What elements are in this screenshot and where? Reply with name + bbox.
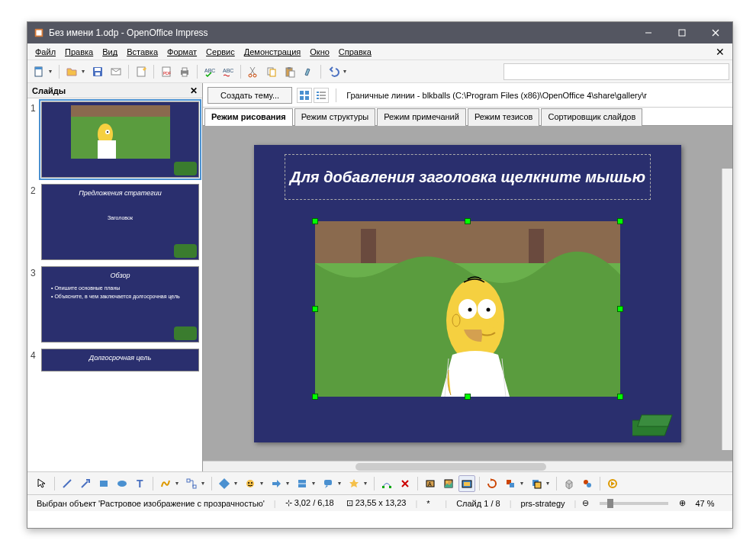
dropdown-icon[interactable]: ▾ — [175, 480, 182, 487]
basic-shapes-tool[interactable] — [216, 475, 233, 492]
from-file-tool[interactable] — [440, 475, 457, 492]
dropdown-icon[interactable]: ▾ — [234, 480, 240, 487]
maximize-button[interactable] — [665, 22, 699, 43]
panel-close-icon[interactable]: ✕ — [190, 85, 198, 96]
ellipse-tool[interactable] — [114, 475, 130, 492]
tab-outline[interactable]: Режим структуры — [294, 108, 376, 126]
extrusion-tool[interactable] — [561, 475, 577, 492]
canvas-area[interactable]: Для добавления заголовка щелкните мышью — [203, 126, 732, 461]
menu-demo[interactable]: Демонстрация — [240, 46, 306, 58]
dropdown-icon[interactable]: ▾ — [312, 480, 318, 487]
svg-rect-25 — [288, 67, 291, 69]
open-button[interactable] — [63, 63, 80, 80]
cut-button[interactable] — [245, 63, 262, 80]
menu-service[interactable]: Сервис — [201, 46, 240, 58]
vertical-scrollbar[interactable] — [722, 169, 732, 450]
slide-thumb-3[interactable]: 3 Обзор • Опишите основные планы • Объяс… — [31, 266, 199, 343]
fontwork-tool[interactable]: A — [422, 475, 439, 492]
create-theme-button[interactable]: Создать тему... — [207, 87, 292, 104]
email-button[interactable] — [108, 63, 124, 80]
autospell-button[interactable]: ABC — [220, 63, 236, 80]
svg-rect-23 — [270, 69, 275, 76]
text-tool[interactable]: T — [132, 475, 149, 492]
icon-view-button[interactable] — [297, 88, 312, 103]
menu-help[interactable]: Справка — [334, 46, 376, 58]
standard-toolbar: ▾ ▾ PDF ABC ABC ▾ — [27, 60, 732, 83]
document-close-icon[interactable]: ✕ — [711, 46, 729, 58]
gallery-tool[interactable] — [458, 475, 475, 492]
spellcheck-button[interactable]: ABC — [201, 63, 218, 80]
dropdown-icon[interactable]: ▾ — [520, 480, 526, 487]
tab-sorter[interactable]: Сортировщик слайдов — [541, 108, 642, 126]
dropdown-icon[interactable]: ▾ — [338, 480, 344, 487]
dropdown-icon[interactable]: ▾ — [82, 68, 88, 75]
rotate-tool[interactable] — [484, 475, 500, 492]
dropdown-icon[interactable]: ▾ — [49, 68, 55, 75]
title-placeholder[interactable]: Для добавления заголовка щелкните мышью — [285, 154, 651, 200]
connector-tool[interactable] — [183, 475, 200, 492]
select-tool[interactable] — [34, 475, 50, 492]
dropdown-icon[interactable]: ▾ — [201, 480, 207, 487]
arrange-tool[interactable] — [528, 475, 545, 492]
paste-button[interactable] — [281, 63, 298, 80]
callout-tool[interactable] — [320, 475, 336, 492]
tab-drawing[interactable]: Режим рисования — [204, 108, 293, 126]
block-arrows-tool[interactable] — [268, 475, 285, 492]
zoom-value[interactable]: 47 % — [692, 499, 717, 508]
dropdown-icon[interactable]: ▾ — [364, 480, 370, 487]
edit-button[interactable] — [133, 63, 150, 80]
svg-point-52 — [489, 320, 498, 328]
selected-image[interactable] — [315, 221, 620, 397]
star-tool[interactable] — [346, 475, 362, 492]
tab-thesis[interactable]: Режим тезисов — [468, 108, 540, 126]
resize-handle[interactable] — [465, 218, 471, 224]
gluepoints-tool[interactable] — [397, 475, 413, 492]
resize-handle[interactable] — [617, 218, 623, 224]
points-tool[interactable] — [378, 475, 395, 492]
menu-insert[interactable]: Вставка — [122, 46, 162, 58]
print-button[interactable] — [176, 63, 193, 80]
resize-handle[interactable] — [465, 394, 471, 400]
slide-thumb-1[interactable]: 1 — [31, 101, 199, 178]
menu-format[interactable]: Формат — [162, 46, 201, 58]
resize-handle[interactable] — [312, 394, 318, 400]
export-pdf-button[interactable]: PDF — [158, 63, 175, 80]
zoom-out-button[interactable]: ⊖ — [582, 498, 589, 508]
minimize-button[interactable] — [632, 22, 665, 43]
close-button[interactable] — [699, 22, 732, 43]
dropdown-icon[interactable]: ▾ — [343, 68, 349, 75]
dropdown-icon[interactable]: ▾ — [260, 480, 266, 487]
resize-handle[interactable] — [312, 306, 318, 312]
animation-tool[interactable] — [604, 475, 621, 492]
dropdown-icon[interactable]: ▾ — [546, 480, 552, 487]
format-paintbrush-button[interactable] — [300, 63, 317, 80]
menu-view[interactable]: Вид — [98, 46, 122, 58]
menu-window[interactable]: Окно — [305, 46, 334, 58]
resize-handle[interactable] — [617, 394, 623, 400]
arrow-tool[interactable] — [77, 475, 94, 492]
rect-tool[interactable] — [95, 475, 112, 492]
curve-tool[interactable] — [157, 475, 174, 492]
save-button[interactable] — [89, 63, 106, 80]
slide-thumb-2[interactable]: 2 Предложения стратегии Заголовок — [31, 184, 199, 260]
interaction-tool[interactable] — [579, 475, 596, 492]
zoom-in-button[interactable]: ⊕ — [679, 498, 686, 508]
list-view-button[interactable] — [314, 88, 329, 103]
horizontal-scrollbar[interactable] — [203, 461, 732, 471]
slide-thumb-4[interactable]: 4 Долгосрочная цель — [31, 349, 199, 371]
align-tool[interactable] — [502, 475, 519, 492]
menu-edit[interactable]: Правка — [60, 46, 98, 58]
resize-handle[interactable] — [617, 306, 623, 312]
new-doc-button[interactable] — [31, 63, 47, 80]
line-tool[interactable] — [59, 475, 76, 492]
menu-file[interactable]: Файл — [31, 46, 60, 58]
zoom-slider[interactable] — [600, 502, 668, 505]
dropdown-icon[interactable]: ▾ — [286, 480, 292, 487]
status-selection: Выбран объект 'Растровое изображение с п… — [34, 499, 268, 508]
tab-notes[interactable]: Режим примечаний — [377, 108, 466, 126]
copy-button[interactable] — [263, 63, 280, 80]
resize-handle[interactable] — [312, 218, 318, 224]
symbol-shapes-tool[interactable] — [242, 475, 259, 492]
undo-button[interactable] — [325, 63, 342, 80]
flowchart-tool[interactable] — [294, 475, 310, 492]
